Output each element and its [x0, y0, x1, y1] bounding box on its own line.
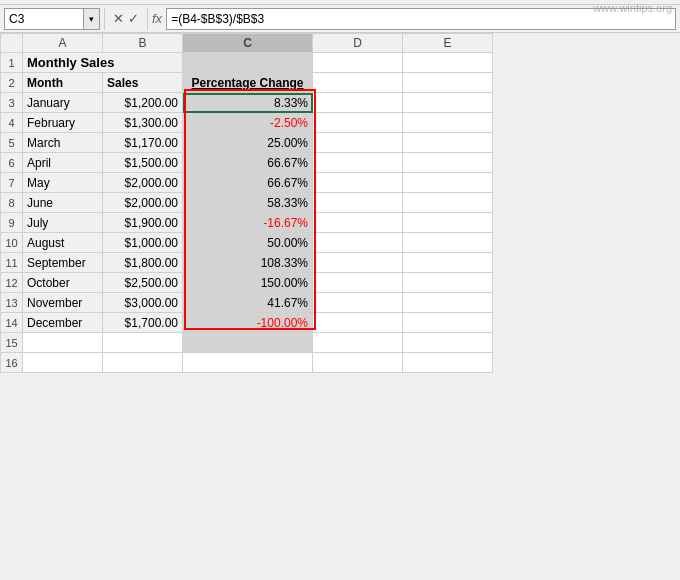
cell-D4[interactable] [313, 113, 403, 133]
cell-E11[interactable] [403, 253, 493, 273]
cell-C14[interactable]: -100.00% [183, 313, 313, 333]
table-row: 12 October $2,500.00 150.00% [1, 273, 493, 293]
cell-A13[interactable]: November [23, 293, 103, 313]
fx-label: fx [152, 11, 162, 26]
cell-B6[interactable]: $1,500.00 [103, 153, 183, 173]
row-header-12: 12 [1, 273, 23, 293]
col-header-D[interactable]: D [313, 34, 403, 53]
table-row: 9 July $1,900.00 -16.67% [1, 213, 493, 233]
cell-B10[interactable]: $1,000.00 [103, 233, 183, 253]
cell-D10[interactable] [313, 233, 403, 253]
cell-E15[interactable] [403, 333, 493, 353]
cell-B15[interactable] [103, 333, 183, 353]
cell-A15[interactable] [23, 333, 103, 353]
cell-A16[interactable] [23, 353, 103, 373]
table-row: 5 March $1,170.00 25.00% [1, 133, 493, 153]
cell-B3[interactable]: $1,200.00 [103, 93, 183, 113]
cell-C6[interactable]: 66.67% [183, 153, 313, 173]
cell-B8[interactable]: $2,000.00 [103, 193, 183, 213]
cell-C1[interactable] [183, 53, 313, 73]
row-header-9: 9 [1, 213, 23, 233]
cell-D6[interactable] [313, 153, 403, 173]
cell-B11[interactable]: $1,800.00 [103, 253, 183, 273]
cell-C2[interactable]: Percentage Change [183, 73, 313, 93]
cell-A11[interactable]: September [23, 253, 103, 273]
cell-A6[interactable]: April [23, 153, 103, 173]
cell-C10[interactable]: 50.00% [183, 233, 313, 253]
cell-E8[interactable] [403, 193, 493, 213]
cell-A7[interactable]: May [23, 173, 103, 193]
cell-E3[interactable] [403, 93, 493, 113]
cell-D9[interactable] [313, 213, 403, 233]
cell-B4[interactable]: $1,300.00 [103, 113, 183, 133]
cell-D1[interactable] [313, 53, 403, 73]
cell-A5[interactable]: March [23, 133, 103, 153]
cell-E7[interactable] [403, 173, 493, 193]
cell-E10[interactable] [403, 233, 493, 253]
cell-B13[interactable]: $3,000.00 [103, 293, 183, 313]
cell-C13[interactable]: 41.67% [183, 293, 313, 313]
cell-E1[interactable] [403, 53, 493, 73]
cell-D8[interactable] [313, 193, 403, 213]
watermark: www.wintips.org [593, 2, 672, 14]
table-row: 11 September $1,800.00 108.33% [1, 253, 493, 273]
cell-C12[interactable]: 150.00% [183, 273, 313, 293]
cell-A1[interactable]: Monthly Sales [23, 53, 183, 73]
col-header-A[interactable]: A [23, 34, 103, 53]
cell-B16[interactable] [103, 353, 183, 373]
cell-C7[interactable]: 66.67% [183, 173, 313, 193]
cell-E6[interactable] [403, 153, 493, 173]
name-box-dropdown[interactable]: ▾ [84, 8, 100, 30]
cell-E4[interactable] [403, 113, 493, 133]
cell-A9[interactable]: July [23, 213, 103, 233]
cell-D15[interactable] [313, 333, 403, 353]
col-header-B[interactable]: B [103, 34, 183, 53]
cell-D12[interactable] [313, 273, 403, 293]
cell-C8[interactable]: 58.33% [183, 193, 313, 213]
cell-C16[interactable] [183, 353, 313, 373]
spreadsheet-container: A B C D E 1 Monthly Sales 2 [0, 33, 680, 373]
cell-E9[interactable] [403, 213, 493, 233]
cell-E13[interactable] [403, 293, 493, 313]
col-header-E[interactable]: E [403, 34, 493, 53]
cell-B9[interactable]: $1,900.00 [103, 213, 183, 233]
table-row: 13 November $3,000.00 41.67% [1, 293, 493, 313]
cell-D13[interactable] [313, 293, 403, 313]
cell-B5[interactable]: $1,170.00 [103, 133, 183, 153]
cell-D16[interactable] [313, 353, 403, 373]
confirm-icon[interactable]: ✓ [128, 11, 139, 26]
cancel-icon[interactable]: ✕ [113, 11, 124, 26]
cell-D5[interactable] [313, 133, 403, 153]
cell-C11[interactable]: 108.33% [183, 253, 313, 273]
cell-A10[interactable]: August [23, 233, 103, 253]
cell-C5[interactable]: 25.00% [183, 133, 313, 153]
cell-E5[interactable] [403, 133, 493, 153]
table-row: 14 December $1,700.00 -100.00% [1, 313, 493, 333]
cell-D11[interactable] [313, 253, 403, 273]
name-box[interactable]: C3 [4, 8, 84, 30]
cell-D14[interactable] [313, 313, 403, 333]
cell-B7[interactable]: $2,000.00 [103, 173, 183, 193]
cell-D3[interactable] [313, 93, 403, 113]
cell-E14[interactable] [403, 313, 493, 333]
col-header-C[interactable]: C [183, 34, 313, 53]
cell-C4[interactable]: -2.50% [183, 113, 313, 133]
cell-D2[interactable] [313, 73, 403, 93]
cell-B12[interactable]: $2,500.00 [103, 273, 183, 293]
cell-A4[interactable]: February [23, 113, 103, 133]
cell-C15[interactable] [183, 333, 313, 353]
cell-A14[interactable]: December [23, 313, 103, 333]
cell-B2[interactable]: Sales [103, 73, 183, 93]
cell-E2[interactable] [403, 73, 493, 93]
cell-A12[interactable]: October [23, 273, 103, 293]
cell-C9[interactable]: -16.67% [183, 213, 313, 233]
cell-C3[interactable]: 8.33% [183, 93, 313, 113]
cell-E12[interactable] [403, 273, 493, 293]
cell-D7[interactable] [313, 173, 403, 193]
row-header-5: 5 [1, 133, 23, 153]
cell-A3[interactable]: January [23, 93, 103, 113]
cell-A8[interactable]: June [23, 193, 103, 213]
cell-B14[interactable]: $1,700.00 [103, 313, 183, 333]
cell-A2[interactable]: Month [23, 73, 103, 93]
cell-E16[interactable] [403, 353, 493, 373]
